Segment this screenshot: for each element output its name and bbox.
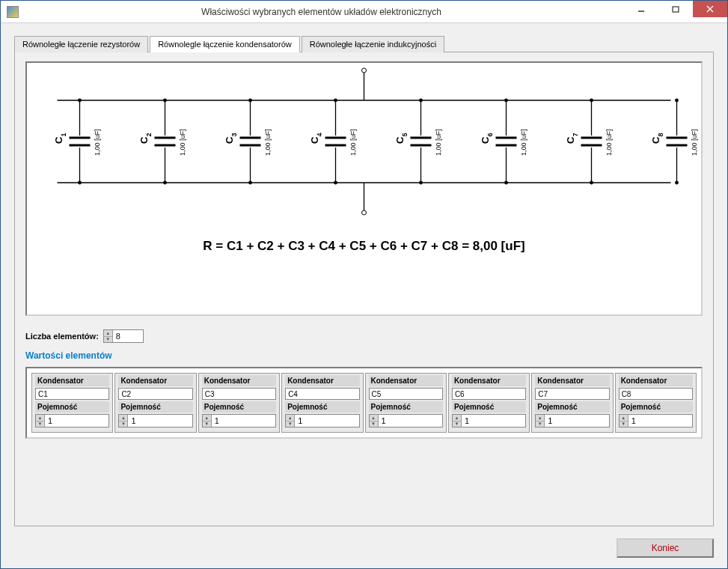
svg-point-7: [362, 68, 367, 73]
end-button[interactable]: Koniec: [617, 538, 714, 558]
capacity-header: Pojemność: [118, 401, 192, 413]
stepper-buttons: ▲▼: [119, 415, 128, 427]
stepper-down-icon[interactable]: ▼: [203, 422, 211, 427]
element-column: KondensatorC5Pojemność▲▼: [365, 373, 447, 433]
element-name-field[interactable]: C7: [535, 388, 609, 400]
tabs-row: Równoległe łączenie rezystorów Równolegl…: [14, 35, 714, 52]
capacitor-label: C2: [138, 133, 153, 144]
element-name-field[interactable]: C8: [619, 388, 693, 400]
maximize-icon: [672, 5, 679, 13]
minimize-button[interactable]: [624, 1, 658, 17]
element-column: KondensatorC8Pojemność▲▼: [615, 373, 697, 433]
element-name-field[interactable]: C6: [452, 388, 526, 400]
element-column: KondensatorC4Pojemność▲▼: [281, 373, 363, 433]
stepper-down-icon[interactable]: ▼: [119, 422, 127, 427]
close-icon: [706, 5, 714, 13]
element-header: Kondensator: [369, 375, 443, 386]
capacity-input[interactable]: [379, 415, 442, 427]
maximize-button[interactable]: [658, 1, 693, 17]
capacity-stepper[interactable]: ▲▼: [285, 414, 359, 427]
stepper-down-icon[interactable]: ▼: [620, 422, 628, 427]
capacity-header: Pojemność: [202, 401, 276, 413]
stepper-up-icon[interactable]: ▲: [370, 415, 378, 422]
tab-panel: C11,00 [uF]C21,00 [uF]C31,00 [uF]C41,00 …: [14, 52, 714, 526]
content-area: Równoległe łączenie rezystorów Równolegl…: [1, 23, 727, 568]
capacitor-value: 1,00 [uF]: [605, 129, 613, 156]
capacitor-value: 1,00 [uF]: [179, 129, 186, 156]
capacity-input[interactable]: [295, 415, 358, 427]
capacitor-value: 1,00 [uF]: [435, 129, 442, 156]
element-column: KondensatorC2Pojemność▲▼: [114, 373, 196, 433]
titlebar: Właściwości wybranych elementów układów …: [1, 1, 727, 23]
capacity-header: Pojemność: [369, 401, 443, 413]
stepper-up-icon[interactable]: ▲: [104, 330, 112, 337]
stepper-up-icon[interactable]: ▲: [203, 415, 211, 422]
stepper-up-icon[interactable]: ▲: [119, 415, 127, 422]
capacity-stepper[interactable]: ▲▼: [369, 414, 443, 427]
stepper-buttons: ▲▼: [203, 415, 212, 427]
tab-inductors[interactable]: Równoległe łączenie indukcyjności: [302, 36, 444, 52]
capacitor-label: C3: [224, 133, 238, 144]
window-title: Właściwości wybranych elementów układów …: [19, 7, 624, 17]
stepper-down-icon[interactable]: ▼: [453, 422, 461, 427]
capacity-stepper[interactable]: ▲▼: [619, 414, 693, 427]
stepper-up-icon[interactable]: ▲: [286, 415, 294, 422]
capacity-input[interactable]: [462, 415, 525, 427]
stepper-down-icon[interactable]: ▼: [286, 422, 294, 427]
stepper-down-icon[interactable]: ▼: [104, 337, 112, 343]
element-column: KondensatorC6Pojemność▲▼: [448, 373, 530, 433]
capacity-input[interactable]: [628, 415, 692, 427]
tab-resistors[interactable]: Równoległe łączenie rezystorów: [14, 36, 148, 52]
element-name-field[interactable]: C1: [35, 388, 109, 400]
elements-box: KondensatorC1Pojemność▲▼KondensatorC2Poj…: [25, 367, 703, 439]
capacity-header: Pojemność: [535, 401, 609, 413]
element-header: Kondensator: [619, 375, 693, 386]
capacity-stepper[interactable]: ▲▼: [118, 414, 192, 427]
capacity-input[interactable]: [45, 415, 108, 427]
stepper-up-icon[interactable]: ▲: [453, 415, 461, 422]
element-count-row: Liczba elementów: ▲ ▼: [25, 329, 703, 343]
element-name-field[interactable]: C4: [285, 388, 359, 400]
capacity-header: Pojemność: [452, 401, 526, 413]
capacitor-value: 1,00 [uF]: [264, 129, 272, 156]
svg-point-9: [362, 210, 367, 215]
capacitor-value: 1,00 [uF]: [691, 129, 698, 156]
capacity-stepper[interactable]: ▲▼: [35, 414, 109, 427]
stepper-up-icon[interactable]: ▲: [536, 415, 544, 422]
stepper-buttons: ▲▼: [620, 415, 628, 427]
stepper-down-icon[interactable]: ▼: [370, 422, 378, 427]
capacitor-label: C4: [309, 133, 323, 144]
capacity-stepper[interactable]: ▲▼: [452, 414, 526, 427]
element-name-field[interactable]: C3: [202, 388, 276, 400]
element-header: Kondensator: [35, 375, 109, 386]
element-count-input[interactable]: [113, 330, 143, 342]
element-name-field[interactable]: C2: [118, 388, 192, 400]
element-name-field[interactable]: C5: [369, 388, 443, 400]
capacitor-value: 1,00 [uF]: [94, 129, 101, 156]
tab-capacitors[interactable]: Równolegle łączenie kondensatorów: [150, 36, 300, 52]
capacity-stepper[interactable]: ▲▼: [535, 414, 609, 427]
capacitor-label: C8: [650, 133, 664, 144]
stepper-up-icon[interactable]: ▲: [620, 415, 628, 422]
capacity-header: Pojemność: [285, 401, 359, 413]
element-header: Kondensator: [118, 375, 192, 386]
capacity-input[interactable]: [212, 415, 275, 427]
close-button[interactable]: [693, 1, 727, 17]
stepper-up-icon[interactable]: ▲: [36, 415, 44, 422]
element-count-stepper[interactable]: ▲ ▼: [103, 329, 144, 343]
stepper-down-icon[interactable]: ▼: [36, 422, 44, 427]
capacity-input[interactable]: [545, 415, 608, 427]
stepper-down-icon[interactable]: ▼: [536, 422, 544, 427]
circuit-svg: C11,00 [uF]C21,00 [uF]C31,00 [uF]C41,00 …: [27, 63, 701, 235]
circuit-diagram: C11,00 [uF]C21,00 [uF]C31,00 [uF]C41,00 …: [25, 61, 703, 316]
capacitor-value: 1,00 [uF]: [520, 129, 527, 156]
app-icon: [7, 6, 19, 18]
element-column: KondensatorC7Pojemność▲▼: [531, 373, 613, 433]
capacity-stepper[interactable]: ▲▼: [202, 414, 276, 427]
element-header: Kondensator: [202, 375, 276, 386]
capacitor-label: C1: [53, 133, 67, 144]
capacity-input[interactable]: [128, 415, 192, 427]
capacity-header: Pojemność: [35, 401, 109, 413]
element-count-label: Liczba elementów:: [25, 332, 99, 341]
stepper-buttons: ▲▼: [36, 415, 45, 427]
